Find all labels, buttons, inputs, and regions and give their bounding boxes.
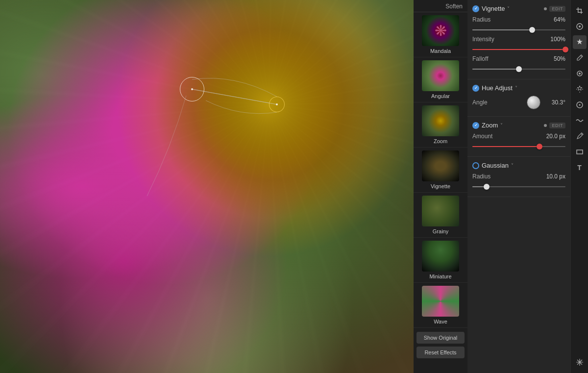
hue-angle-dial[interactable] (527, 96, 540, 109)
thumb-label-wave: Wave (434, 319, 447, 324)
thumb-img-vignette (422, 150, 459, 181)
text-tool-button[interactable]: T (573, 161, 587, 174)
svg-point-10 (579, 73, 581, 75)
gaussian-title-group: Gaussian ˅ (472, 162, 514, 169)
gaussian-section-name: Gaussian (482, 162, 509, 169)
thumb-label-angular: Angular (431, 93, 450, 99)
show-original-button[interactable]: Show Original (416, 332, 465, 344)
svg-point-16 (579, 104, 580, 106)
vignette-intensity-thumb[interactable] (563, 47, 568, 52)
vignette-section-header: Vignette ˅ EDIT (472, 5, 565, 12)
hue-adjust-section-header: Hue Adjust ˅ (472, 84, 565, 92)
vignette-radius-slider[interactable] (472, 26, 565, 34)
hue-angle-row: Angle 30.3° (472, 96, 565, 109)
sidebar-item-wave[interactable]: Wave (414, 283, 467, 328)
thumb-label-vignette: Vignette (431, 183, 450, 189)
zoom-amount-value: 20.0 px (543, 133, 565, 140)
zoom-amount-row: Amount 20.0 px (472, 133, 565, 140)
vignette-falloff-slider[interactable] (472, 65, 565, 73)
vignette-intensity-slider[interactable] (472, 46, 565, 53)
reset-effects-button[interactable]: Reset Effects (416, 347, 465, 358)
gaussian-radius-thumb[interactable] (484, 184, 490, 190)
vignette-radius-row: Radius 64% (472, 16, 565, 23)
hue-adjust-section: Hue Adjust ˅ Angle 30.3° (467, 79, 570, 117)
vignette-intensity-value: 100% (543, 36, 565, 43)
thumb-buttons-area: Show Original Reset Effects (414, 328, 467, 362)
sidebar-item-grainy[interactable]: Grainy (414, 193, 467, 238)
vignette-falloff-fill (472, 69, 519, 70)
sidebar-item-zoom[interactable]: Zoom (414, 102, 467, 148)
vignette-radius-fill (472, 29, 532, 30)
sparkle-icon (576, 358, 584, 366)
thumb-img-miniature (422, 241, 459, 272)
thumb-label-zoom: Zoom (434, 138, 447, 144)
gaussian-enabled-icon[interactable] (472, 162, 479, 169)
vignette-falloff-row: Falloff 50% (472, 55, 565, 62)
brush-tool-button[interactable] (573, 67, 587, 80)
rect-tool-button[interactable] (573, 145, 587, 159)
control-circle-inner[interactable] (269, 97, 285, 112)
vignette-radius-value: 64% (543, 16, 565, 23)
circle-icon (576, 101, 584, 109)
vignette-intensity-row: Intensity 100% (472, 36, 565, 43)
sidebar-item-angular[interactable]: Angular (414, 57, 467, 102)
vignette-title-group: Vignette ˅ (472, 5, 510, 12)
canvas-area (0, 0, 414, 373)
zoom-edit-badge[interactable]: EDIT (549, 123, 565, 128)
vignette-radius-thumb[interactable] (529, 27, 535, 33)
thumb-img-mandala (422, 15, 459, 46)
svg-line-8 (580, 56, 582, 57)
sidebar-item-mandala[interactable]: Mandala (414, 12, 467, 57)
wave-tool-button[interactable] (573, 114, 587, 127)
zoom-amount-slider[interactable] (472, 143, 565, 150)
gaussian-radius-slider[interactable] (472, 183, 565, 191)
zoom-title-group: Zoom ˅ (472, 122, 503, 129)
thumb-img-zoom (422, 105, 459, 136)
gaussian-radius-row: Radius 10.0 px (472, 173, 565, 180)
pen-icon (576, 132, 584, 140)
adjust-icon (576, 23, 584, 30)
vignette-enabled-icon[interactable] (472, 5, 479, 12)
vignette-falloff-thumb[interactable] (516, 66, 522, 72)
tool-panel: T (570, 0, 588, 373)
crop-tool-button[interactable] (573, 4, 587, 18)
star-icon (576, 85, 584, 93)
circle-tool-button[interactable] (573, 98, 587, 112)
canvas-image (0, 0, 414, 373)
vignette-falloff-label: Falloff (472, 55, 499, 62)
filter-tool-button[interactable] (573, 35, 587, 49)
hue-angle-label: Angle (472, 99, 499, 106)
gaussian-section-header: Gaussian ˅ (472, 162, 565, 169)
zoom-amount-thumb[interactable] (537, 144, 542, 149)
pencil-tool-button[interactable] (573, 51, 587, 65)
zoom-chevron-icon: ˅ (500, 123, 503, 128)
vignette-header-right: EDIT (544, 6, 565, 12)
zoom-header-right: EDIT (544, 123, 565, 128)
hue-enabled-icon[interactable] (472, 85, 479, 92)
svg-rect-2 (578, 7, 579, 12)
thumb-label-mandala: Mandala (430, 48, 451, 54)
control-circle-outer[interactable] (180, 77, 204, 101)
vignette-chevron-icon: ˅ (507, 6, 510, 11)
sidebar-item-miniature[interactable]: Miniature (414, 238, 467, 283)
sidebar-item-vignette[interactable]: Vignette (414, 148, 467, 193)
zoom-section-header: Zoom ˅ EDIT (472, 122, 565, 129)
vignette-edit-badge[interactable]: EDIT (549, 6, 565, 12)
vignette-intensity-label: Intensity (472, 36, 499, 43)
hue-section-name: Hue Adjust (482, 84, 513, 92)
adjust-tool-button[interactable] (573, 20, 587, 33)
svg-rect-3 (576, 9, 581, 10)
svg-point-17 (581, 134, 582, 135)
svg-rect-18 (577, 150, 583, 154)
svg-rect-5 (578, 12, 583, 13)
pen-tool-button[interactable] (573, 129, 587, 143)
sparkle-tool-button[interactable] (573, 355, 587, 369)
zoom-enabled-icon[interactable] (472, 122, 479, 129)
gaussian-radius-value: 10.0 px (543, 173, 565, 180)
effects-sidebar: Soften Mandala Angular Zoom Vignette Gra… (414, 0, 467, 373)
zoom-dot-indicator (544, 124, 547, 127)
star-tool-button[interactable] (573, 82, 587, 96)
thumb-img-angular (422, 60, 459, 91)
vignette-intensity-fill (472, 49, 565, 50)
top-label: Soften (414, 0, 467, 12)
